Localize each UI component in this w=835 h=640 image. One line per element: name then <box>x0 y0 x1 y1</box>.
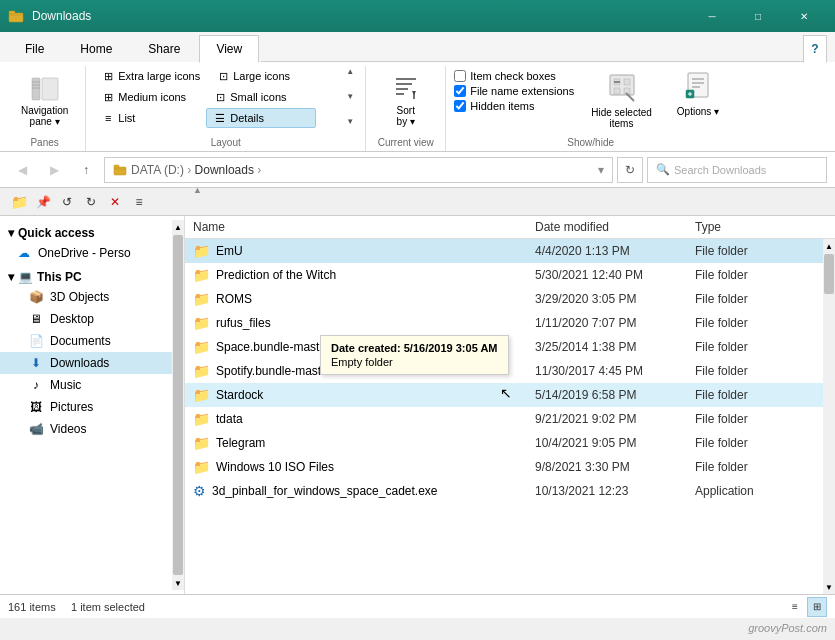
maximize-button[interactable]: □ <box>735 0 781 32</box>
file-name-extensions-row[interactable]: File name extensions <box>454 85 574 97</box>
file-type: Application <box>695 484 815 498</box>
layout-list-button[interactable]: ≡ List <box>94 108 204 128</box>
this-pc-label: This PC <box>37 270 82 284</box>
sidebar-item-videos[interactable]: 📹 Videos <box>0 418 172 440</box>
address-dropdown-button[interactable]: ▾ <box>598 163 604 177</box>
large-icons-view-button[interactable]: ⊞ <box>807 597 827 617</box>
folder-icon: 📁 <box>193 339 210 355</box>
sidebar-item-3d-objects[interactable]: 📦 3D Objects <box>0 286 172 308</box>
table-row[interactable]: 📁 Telegram 10/4/2021 9:05 PM File folder <box>185 431 823 455</box>
folder-icon: 📁 <box>193 291 210 307</box>
table-row[interactable]: 📁 Space.bundle-master 3/25/2014 1:38 PM … <box>185 335 823 359</box>
sidebar-item-onedrive[interactable]: ☁ OneDrive - Perso <box>0 242 172 264</box>
layout-scroll-down[interactable]: ▼ <box>343 91 357 101</box>
svg-rect-19 <box>614 81 620 83</box>
up-button[interactable]: ↑ <box>72 156 100 184</box>
layout-medium-button[interactable]: ⊞ Medium icons <box>94 87 204 107</box>
this-pc-icon: 💻 <box>18 270 33 284</box>
file-scroll-down[interactable]: ▼ <box>824 580 834 594</box>
sidebar-scroll-down[interactable]: ▼ <box>173 576 183 590</box>
onedrive-icon: ☁ <box>16 245 32 261</box>
breadcrumb-data-d[interactable]: DATA (D:) <box>131 163 184 177</box>
sidebar-section-quick-access[interactable]: ▾ Quick access <box>0 220 172 242</box>
layout-large-button[interactable]: ⊡ Large icons <box>209 66 319 86</box>
sidebar-section-this-pc[interactable]: ▾ 💻 This PC <box>0 264 172 286</box>
table-row[interactable]: 📁 Spotify.bundle-master 11/30/2017 4:45 … <box>185 359 823 383</box>
navigation-pane-button[interactable]: Navigationpane ▾ <box>12 68 77 132</box>
sort-by-button[interactable]: Sortby ▾ <box>383 68 429 132</box>
pin-icon[interactable]: 📌 <box>32 191 54 213</box>
sidebar-item-documents[interactable]: 📄 Documents <box>0 330 172 352</box>
pictures-icon: 🖼 <box>28 399 44 415</box>
item-check-boxes-checkbox[interactable] <box>454 70 466 82</box>
file-name-extensions-checkbox[interactable] <box>454 85 466 97</box>
refresh-button[interactable]: ↻ <box>617 157 643 183</box>
sidebar: ▲ ▼ ▾ Quick access ☁ OneDrive - Perso ▾ <box>0 216 185 594</box>
search-bar[interactable]: 🔍 Search Downloads <box>647 157 827 183</box>
file-date: 3/29/2020 3:05 PM <box>535 292 695 306</box>
layout-group-label: Layout <box>94 134 357 151</box>
file-scroll-thumb[interactable] <box>824 254 834 294</box>
file-list-header: ▲ Name Date modified Type <box>185 216 835 239</box>
ribbon-group-current-view: Sortby ▾ Current view <box>366 66 446 151</box>
layout-extra-large-button[interactable]: ⊞ Extra large icons <box>94 66 207 86</box>
table-row[interactable]: 📁 Windows 10 ISO Files 9/8/2021 3:30 PM … <box>185 455 823 479</box>
hide-selected-label: Hide selecteditems <box>591 107 652 129</box>
ribbon: Navigationpane ▾ Panes ⊞ Extra large ico… <box>0 62 835 152</box>
table-row[interactable]: ⚙ 3d_pinball_for_windows_space_cadet.exe… <box>185 479 823 503</box>
table-row[interactable]: 📁 ROMS 3/29/2020 3:05 PM File folder <box>185 287 823 311</box>
sidebar-item-pictures[interactable]: 🖼 Pictures <box>0 396 172 418</box>
tab-share[interactable]: Share <box>131 35 197 62</box>
address-bar[interactable]: DATA (D:) › Downloads › ▾ <box>104 157 613 183</box>
hidden-items-row[interactable]: Hidden items <box>454 100 574 112</box>
sidebar-item-downloads[interactable]: ⬇ Downloads <box>0 352 172 374</box>
file-type: File folder <box>695 244 815 258</box>
videos-icon: 📹 <box>28 421 44 437</box>
tab-view[interactable]: View <box>199 35 259 63</box>
layout-dropdown[interactable]: ▼ <box>343 116 357 126</box>
options-button[interactable]: Options ▾ <box>669 66 727 121</box>
new-folder-icon[interactable]: 📁 <box>8 191 30 213</box>
breadcrumb-downloads[interactable]: Downloads <box>195 163 254 177</box>
col-date-header[interactable]: Date modified <box>535 220 695 234</box>
file-scroll-up[interactable]: ▲ <box>824 239 834 253</box>
table-row[interactable]: 📁 Prediction of the Witch 5/30/2021 12:4… <box>185 263 823 287</box>
close-button[interactable]: ✕ <box>781 0 827 32</box>
undo-button[interactable]: ↺ <box>56 191 78 213</box>
details-view-button[interactable]: ≡ <box>785 597 805 617</box>
panes-group-label: Panes <box>12 134 77 151</box>
file-name: EmU <box>216 244 535 258</box>
file-type: File folder <box>695 412 815 426</box>
tab-home[interactable]: Home <box>63 35 129 62</box>
table-row[interactable]: 📁 tdata 9/21/2021 9:02 PM File folder <box>185 407 823 431</box>
table-row[interactable]: 📁 EmU 4/4/2020 1:13 PM File folder <box>185 239 823 263</box>
redo-button[interactable]: ↻ <box>80 191 102 213</box>
delete-button[interactable]: ✕ <box>104 191 126 213</box>
minimize-button[interactable]: ─ <box>689 0 735 32</box>
file-list-scrollbar[interactable]: ▲ ▼ <box>823 239 835 594</box>
file-area: ▲ Name Date modified Type 📁 EmU 4/4/2020… <box>185 216 835 594</box>
hidden-items-checkbox[interactable] <box>454 100 466 112</box>
layout-small-button[interactable]: ⊡ Small icons <box>206 87 316 107</box>
file-type: File folder <box>695 436 815 450</box>
sidebar-item-music[interactable]: ♪ Music <box>0 374 172 396</box>
ribbon-group-show-hide: Item check boxes File name extensions Hi… <box>446 66 735 151</box>
properties-button[interactable]: ≡ <box>128 191 150 213</box>
table-row[interactable]: 📁 Stardock 5/14/2019 6:58 PM File folder… <box>185 383 823 407</box>
back-button[interactable]: ◀ <box>8 156 36 184</box>
help-icon: ? <box>811 42 818 56</box>
file-name: Windows 10 ISO Files <box>216 460 535 474</box>
sidebar-item-desktop[interactable]: 🖥 Desktop <box>0 308 172 330</box>
item-check-boxes-row[interactable]: Item check boxes <box>454 70 574 82</box>
ribbon-help-button[interactable]: ? <box>803 35 827 63</box>
col-type-header[interactable]: Type <box>695 220 815 234</box>
sidebar-scroll-up[interactable]: ▲ <box>173 220 183 234</box>
tab-file[interactable]: File <box>8 35 61 62</box>
table-row[interactable]: 📁 rufus_files 1/11/2020 7:07 PM File fol… <box>185 311 823 335</box>
svg-rect-1 <box>9 11 15 14</box>
hide-selected-button[interactable]: Hide selecteditems <box>582 66 661 134</box>
layout-scroll-up[interactable]: ▲ <box>343 66 357 76</box>
forward-button[interactable]: ▶ <box>40 156 68 184</box>
col-name-header[interactable]: Name <box>193 220 535 234</box>
layout-details-button[interactable]: ☰ Details <box>206 108 316 128</box>
